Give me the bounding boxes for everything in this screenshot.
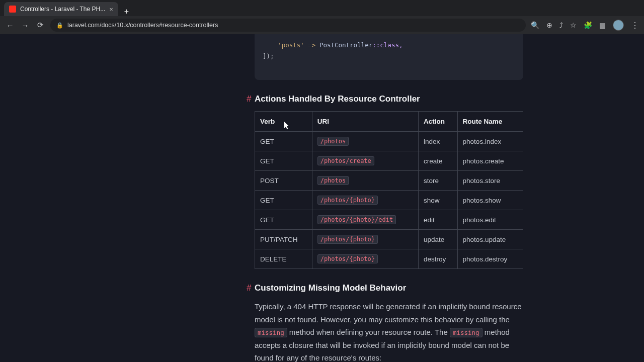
code-line: ]); bbox=[263, 52, 274, 60]
resource-actions-table: Verb URI Action Route Name GET/photosind… bbox=[255, 111, 523, 269]
url-text: laravel.com/docs/10.x/controllers#resour… bbox=[67, 22, 218, 29]
page-viewport[interactable]: 'posts' => PostController::class, ]); # … bbox=[0, 34, 644, 362]
table-header-row: Verb URI Action Route Name bbox=[255, 112, 523, 132]
uri-code: /photos/{photo} bbox=[317, 196, 378, 205]
cell-uri: /photos bbox=[312, 171, 418, 191]
cell-verb: GET bbox=[255, 132, 312, 151]
inline-code-missing: missing bbox=[255, 328, 287, 337]
cell-route: photos.create bbox=[457, 151, 523, 171]
uri-code: /photos/{photo} bbox=[317, 235, 378, 244]
cell-uri: /photos bbox=[312, 132, 418, 151]
favicon-icon bbox=[9, 6, 16, 13]
menu-icon[interactable]: ⋮ bbox=[631, 21, 639, 30]
url-bar[interactable]: 🔒 laravel.com/docs/10.x/controllers#reso… bbox=[50, 19, 526, 32]
forward-button[interactable]: → bbox=[20, 20, 30, 30]
table-row: PUT/PATCH/photos/{photo}updatephotos.upd… bbox=[255, 230, 523, 249]
cell-uri: /photos/create bbox=[312, 151, 418, 171]
cell-verb: GET bbox=[255, 151, 312, 171]
cell-route: photos.show bbox=[457, 191, 523, 210]
toolbar-icons: 🔍 ⊕ ⤴ ☆ 🧩 ▤ ⋮ bbox=[531, 20, 639, 31]
cell-route: photos.store bbox=[457, 171, 523, 191]
page-content: 'posts' => PostController::class, ]); # … bbox=[0, 34, 644, 362]
side-panel-icon[interactable]: ▤ bbox=[599, 21, 606, 29]
cell-uri: /photos/{photo}/edit bbox=[312, 210, 418, 230]
code-block-top: 'posts' => PostController::class, ]); bbox=[255, 34, 523, 80]
cell-uri: /photos/{photo} bbox=[312, 230, 418, 249]
inline-code-missing: missing bbox=[450, 328, 482, 337]
anchor-hash-icon[interactable]: # bbox=[247, 94, 251, 104]
uri-code: /photos bbox=[317, 137, 349, 146]
cell-uri: /photos/{photo} bbox=[312, 191, 418, 210]
reload-button[interactable]: ⟳ bbox=[35, 20, 45, 30]
cell-action: create bbox=[418, 151, 457, 171]
cell-action: store bbox=[418, 171, 457, 191]
section-heading-customize: # Customizing Missing Model Behavior bbox=[255, 283, 523, 293]
cell-verb: GET bbox=[255, 191, 312, 210]
cell-action: index bbox=[418, 132, 457, 151]
th-verb: Verb bbox=[255, 112, 312, 132]
cell-action: update bbox=[418, 230, 457, 249]
new-tab-button[interactable]: + bbox=[120, 7, 133, 16]
browser-chrome: Controllers - Laravel - The PH... × + ← … bbox=[0, 0, 644, 35]
table-row: GET/photos/{photo}/editeditphotos.edit bbox=[255, 210, 523, 230]
th-route: Route Name bbox=[457, 112, 523, 132]
table-row: GET/photos/createcreatephotos.create bbox=[255, 151, 523, 171]
cell-route: photos.index bbox=[457, 132, 523, 151]
cell-action: destroy bbox=[418, 249, 457, 269]
table-row: GET/photosindexphotos.index bbox=[255, 132, 523, 151]
zoom-icon[interactable]: ⊕ bbox=[546, 21, 552, 29]
cell-route: photos.edit bbox=[457, 210, 523, 230]
table-row: DELETE/photos/{photo}destroyphotos.destr… bbox=[255, 249, 523, 269]
uri-code: /photos/{photo}/edit bbox=[317, 215, 396, 224]
uri-code: /photos/create bbox=[317, 156, 374, 165]
cell-verb: POST bbox=[255, 171, 312, 191]
cell-action: edit bbox=[418, 210, 457, 230]
cell-route: photos.destroy bbox=[457, 249, 523, 269]
main-column: 'posts' => PostController::class, ]); # … bbox=[255, 34, 523, 362]
lock-icon: 🔒 bbox=[56, 22, 63, 29]
share-icon[interactable]: ⤴ bbox=[559, 21, 563, 29]
search-icon[interactable]: 🔍 bbox=[531, 21, 539, 29]
uri-code: /photos bbox=[317, 176, 349, 185]
table-row: POST/photosstorephotos.store bbox=[255, 171, 523, 191]
profile-avatar[interactable] bbox=[613, 20, 624, 31]
cell-uri: /photos/{photo} bbox=[312, 249, 418, 269]
uri-code: /photos/{photo} bbox=[317, 254, 378, 263]
back-button[interactable]: ← bbox=[5, 20, 15, 30]
tab-strip: Controllers - Laravel - The PH... × + bbox=[0, 0, 644, 16]
th-uri: URI bbox=[312, 112, 418, 132]
th-action: Action bbox=[418, 112, 457, 132]
browser-tab[interactable]: Controllers - Laravel - The PH... × bbox=[4, 2, 118, 16]
extensions-icon[interactable]: 🧩 bbox=[584, 21, 592, 29]
code-line: 'posts' => PostController::class, bbox=[263, 41, 403, 49]
cell-route: photos.update bbox=[457, 230, 523, 249]
anchor-hash-icon[interactable]: # bbox=[247, 283, 251, 293]
cell-verb: GET bbox=[255, 210, 312, 230]
section-heading-actions: # Actions Handled By Resource Controller bbox=[255, 94, 523, 104]
cell-verb: DELETE bbox=[255, 249, 312, 269]
tab-title: Controllers - Laravel - The PH... bbox=[20, 6, 105, 13]
browser-toolbar: ← → ⟳ 🔒 laravel.com/docs/10.x/controller… bbox=[0, 16, 644, 34]
cell-action: show bbox=[418, 191, 457, 210]
body-paragraph: Typically, a 404 HTTP response will be g… bbox=[255, 300, 523, 362]
table-row: GET/photos/{photo}showphotos.show bbox=[255, 191, 523, 210]
cell-verb: PUT/PATCH bbox=[255, 230, 312, 249]
bookmark-icon[interactable]: ☆ bbox=[570, 21, 577, 29]
close-tab-icon[interactable]: × bbox=[109, 6, 113, 13]
